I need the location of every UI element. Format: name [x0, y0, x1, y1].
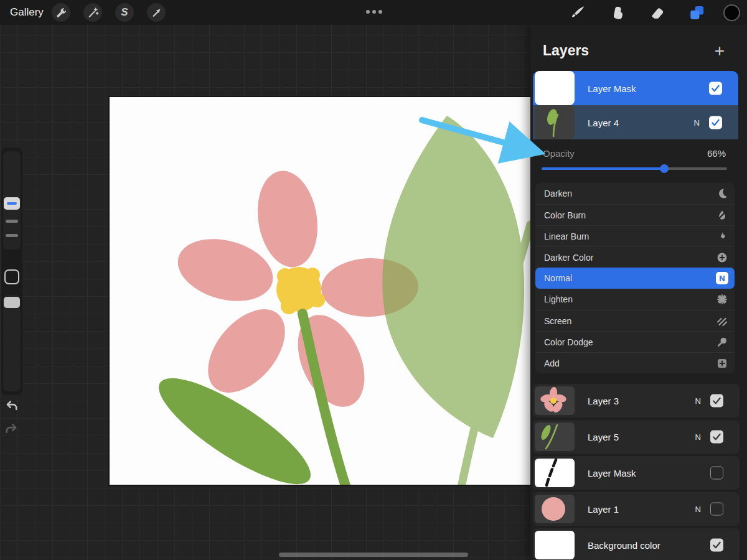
- slider-tick: [6, 220, 18, 223]
- wrench-icon: [55, 7, 67, 19]
- layer-thumbnail-leaf-sprout[interactable]: [535, 105, 575, 139]
- magic-wand-icon: [87, 7, 99, 19]
- selection-button[interactable]: S: [115, 3, 134, 22]
- canvas-menu-button[interactable]: [366, 10, 382, 14]
- color-tool-button[interactable]: [723, 4, 740, 21]
- brush-tool-button[interactable]: [569, 4, 586, 21]
- blend-mode-letter[interactable]: N: [695, 396, 701, 406]
- sidebar: [1, 147, 22, 395]
- slider-tick: [6, 234, 18, 237]
- add-layer-button[interactable]: +: [710, 41, 730, 61]
- blend-mode-add[interactable]: Add: [535, 352, 735, 373]
- layer-name: Layer Mask: [588, 468, 636, 478]
- canvas-artwork: [110, 97, 530, 485]
- opacity-slider[interactable]: [542, 167, 727, 170]
- layer-name: Layer 4: [588, 117, 619, 128]
- blend-mode-darker-color[interactable]: Darker Color: [535, 246, 735, 268]
- blend-mode-color-dodge[interactable]: Color Dodge: [535, 331, 735, 352]
- moon-icon: [716, 187, 728, 200]
- layer-visibility-checkbox[interactable]: [709, 82, 722, 95]
- blend-mode-screen[interactable]: Screen: [535, 310, 735, 331]
- layers-icon: [688, 4, 705, 21]
- starburst-icon: [716, 293, 728, 306]
- brush-icon: [570, 4, 586, 21]
- smudge-finger-icon: [610, 5, 626, 21]
- blend-mode-darken[interactable]: Darken: [535, 183, 735, 204]
- layer-visibility-checkbox[interactable]: [710, 539, 723, 552]
- actions-button[interactable]: [52, 3, 70, 22]
- layer-visibility-checkbox[interactable]: [709, 116, 722, 129]
- opacity-slider-handle[interactable]: [660, 164, 669, 173]
- layer-row-layer-5[interactable]: Layer 5 N: [533, 420, 740, 454]
- layer-thumbnail-stem[interactable]: [535, 422, 575, 451]
- blend-mode-linear-burn[interactable]: Linear Burn: [535, 225, 735, 246]
- opacity-value: 66%: [707, 148, 726, 159]
- layers-panel: Layers + Layer Mask Layer 4 N: [530, 25, 747, 560]
- eraser-tool-button[interactable]: [648, 4, 665, 21]
- layer-thumbnail-white[interactable]: [535, 531, 575, 559]
- redo-icon: [4, 421, 19, 437]
- modify-button[interactable]: [4, 269, 19, 284]
- layer-thumbnail-pink-circle[interactable]: [535, 495, 575, 523]
- redo-button[interactable]: [4, 421, 19, 439]
- blend-mode-color-burn[interactable]: Color Burn: [535, 204, 735, 225]
- color-swatch-icon: [723, 4, 740, 21]
- adjustments-button[interactable]: [83, 3, 102, 22]
- layer-name: Background color: [588, 540, 660, 551]
- dodge-lollipop-icon: [716, 336, 728, 348]
- transform-arrow-icon: [151, 7, 162, 19]
- normal-badge-icon: N: [716, 272, 728, 284]
- flame-icon: [716, 230, 728, 243]
- blend-mode-letter[interactable]: N: [695, 432, 701, 442]
- layer-name: Layer Mask: [588, 83, 636, 93]
- layer-row-layer-4-selected[interactable]: Layer 4 N: [533, 105, 738, 139]
- horizontal-scroll-indicator[interactable]: [279, 553, 468, 557]
- layers-panel-title: Layers: [543, 42, 589, 59]
- undo-button[interactable]: [4, 398, 19, 416]
- transform-button[interactable]: [147, 3, 166, 22]
- brush-opacity-slider[interactable]: [3, 295, 21, 391]
- layer-name: Layer 5: [588, 432, 619, 442]
- brush-opacity-slider-handle[interactable]: [4, 297, 20, 308]
- blend-mode-letter[interactable]: N: [694, 118, 700, 127]
- blend-mode-list: Darken Color Burn Linear Burn Darker Col…: [535, 183, 735, 373]
- opacity-slider-fill: [542, 167, 664, 170]
- smudge-tool-button[interactable]: [609, 4, 626, 21]
- diagonal-lines-icon: [716, 315, 728, 327]
- layer-visibility-checkbox[interactable]: [710, 431, 723, 444]
- brush-size-slider-handle[interactable]: [4, 197, 20, 210]
- layer-name: Layer 3: [588, 396, 619, 406]
- layer-row-layer-mask-selected[interactable]: Layer Mask: [533, 71, 738, 105]
- selection-s-icon: S: [121, 6, 128, 19]
- layer-row-background-color[interactable]: Background color: [533, 528, 740, 560]
- undo-icon: [4, 398, 19, 414]
- layer-name: Layer 1: [588, 504, 619, 515]
- eraser-icon: [649, 5, 665, 21]
- top-toolbar: Gallery S: [0, 0, 747, 25]
- drop-slash-icon: [716, 209, 728, 222]
- layer-thumbnail-mask-strokes[interactable]: [535, 459, 575, 487]
- gallery-button[interactable]: Gallery: [10, 6, 44, 19]
- blend-mode-normal-selected[interactable]: Normal N: [535, 268, 735, 289]
- blend-mode-letter[interactable]: N: [695, 505, 701, 514]
- layer-visibility-checkbox[interactable]: [710, 394, 723, 408]
- circle-plus-icon: [716, 251, 728, 264]
- layer-visibility-checkbox[interactable]: [710, 503, 723, 516]
- blend-mode-lighten[interactable]: Lighten: [535, 289, 735, 310]
- square-plus-icon: [716, 357, 728, 370]
- layer-row-layer-3[interactable]: Layer 3 N: [533, 384, 740, 418]
- layer-row-layer-mask[interactable]: Layer Mask: [533, 456, 740, 490]
- opacity-label: Opacity: [543, 148, 575, 159]
- drawing-canvas[interactable]: [110, 97, 530, 485]
- opacity-section: Opacity 66%: [530, 139, 747, 183]
- layers-tool-button[interactable]: [687, 4, 705, 21]
- layer-row-layer-1[interactable]: Layer 1 N: [533, 492, 740, 526]
- layer-thumbnail-white[interactable]: [535, 71, 575, 105]
- layer-thumbnail-flower[interactable]: [535, 386, 575, 415]
- layer-visibility-checkbox[interactable]: [710, 467, 723, 480]
